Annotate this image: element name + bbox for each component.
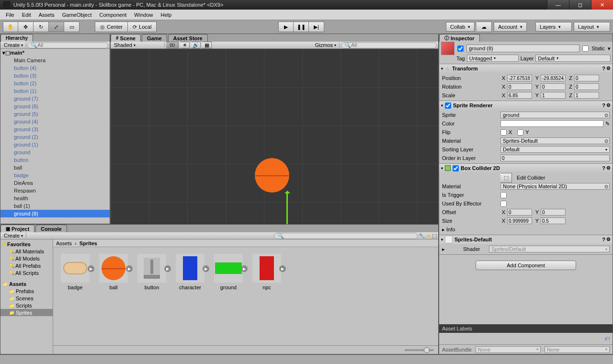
position-z-field[interactable] — [574, 75, 599, 81]
scale-tool[interactable]: ⤢ — [49, 22, 64, 32]
help-icon[interactable]: ? — [602, 102, 605, 108]
project-tree[interactable]: ★ Favorites All Materials All Models All… — [0, 239, 53, 354]
menu-component[interactable]: Component — [95, 11, 130, 19]
asset-store-tab[interactable]: Asset Store — [168, 34, 208, 42]
sprite-field[interactable]: ground — [500, 112, 610, 118]
hierarchy-item[interactable]: ground (6) — [0, 102, 110, 110]
hierarchy-item[interactable]: ball — [0, 164, 110, 171]
favorite-filter-icon[interactable]: ★ — [426, 233, 431, 239]
fav-materials[interactable]: All Materials — [0, 248, 53, 255]
folder-prefabs[interactable]: Prefabs — [0, 287, 53, 295]
hierarchy-search[interactable]: 🔍All — [27, 42, 108, 48]
pivot-local-toggle[interactable]: ⟳ Local — [128, 22, 157, 32]
position-x-field[interactable] — [507, 75, 532, 81]
asset-button[interactable]: ▶button — [136, 254, 167, 290]
sprite-renderer-header[interactable]: Sprite Renderer ?⚙ — [439, 101, 613, 110]
lighting-toggle[interactable]: ☀ — [180, 42, 190, 48]
layout-dropdown[interactable]: Layout — [574, 22, 610, 32]
hierarchy-item[interactable]: ground (1) — [0, 141, 110, 148]
gizmos-dropdown[interactable]: Gizmos — [313, 42, 340, 48]
asset-ball[interactable]: ▶ball — [98, 254, 129, 290]
play-icon[interactable]: ▶ — [164, 265, 171, 272]
size-x-field[interactable] — [507, 217, 532, 224]
hand-tool[interactable]: ✋ — [3, 22, 18, 32]
hierarchy-tab[interactable]: Hierarchy — [0, 34, 33, 42]
asset-npc[interactable]: ▶npc — [251, 254, 282, 290]
add-component-button[interactable]: Add Component — [476, 261, 576, 270]
assetbundle-dropdown[interactable]: None — [476, 346, 541, 353]
hierarchy-item[interactable]: Main Camera — [0, 57, 110, 64]
hierarchy-item[interactable]: ground (5) — [0, 110, 110, 118]
assets-root[interactable]: Assets — [0, 280, 53, 287]
rotation-z-field[interactable] — [574, 83, 599, 90]
filter-icon[interactable]: 🔧 — [419, 233, 425, 239]
eyedropper-icon[interactable]: ✎ — [605, 121, 610, 127]
step-button[interactable]: ▶| — [309, 22, 324, 32]
help-icon[interactable]: ? — [602, 237, 605, 242]
scale-x-field[interactable] — [507, 92, 532, 99]
asset-badge[interactable]: ▶badge — [60, 254, 91, 290]
menu-help[interactable]: Help — [157, 11, 175, 19]
flip-x-checkbox[interactable] — [500, 129, 507, 136]
console-tab[interactable]: Console — [35, 225, 67, 232]
hierarchy-item[interactable]: badge — [0, 171, 110, 179]
offset-y-field[interactable] — [541, 209, 566, 216]
hierarchy-item[interactable]: button (4) — [0, 64, 110, 72]
save-search-icon[interactable]: ⬚ — [432, 233, 437, 239]
hierarchy-create-dropdown[interactable]: Create — [2, 42, 26, 48]
project-search[interactable]: 🔍 — [274, 233, 418, 239]
position-y-field[interactable] — [541, 75, 566, 81]
fx-toggle[interactable]: ▦ — [202, 42, 212, 48]
minimize-button[interactable]: — — [547, 0, 569, 10]
tag-dropdown[interactable]: Untagged — [467, 55, 519, 62]
hierarchy-item[interactable]: button (3) — [0, 72, 110, 80]
order-in-layer-field[interactable] — [500, 155, 610, 161]
favorites-row[interactable]: ★ Favorites — [0, 240, 53, 248]
layers-dropdown[interactable]: Layers — [535, 22, 572, 32]
hierarchy-item[interactable]: ground (7) — [0, 95, 110, 102]
pivot-center-toggle[interactable]: ◎ Center — [95, 22, 128, 32]
cloud-button[interactable]: ☁ — [477, 22, 492, 32]
color-field[interactable] — [500, 120, 603, 127]
folder-scripts[interactable]: Scripts — [0, 302, 53, 309]
menu-gameobject[interactable]: GameObject — [58, 11, 96, 19]
maximize-button[interactable]: ◻ — [569, 0, 591, 10]
gear-icon[interactable]: ⚙ — [606, 66, 611, 71]
fav-scripts[interactable]: All Scripts — [0, 269, 53, 276]
folder-scenes[interactable]: Scenes — [0, 295, 53, 302]
scene-search[interactable]: 🔍All — [341, 42, 437, 48]
play-button[interactable]: ▶ — [278, 22, 294, 32]
gear-icon[interactable]: ⚙ — [606, 102, 611, 108]
gizmo-y-axis[interactable] — [286, 192, 288, 225]
hierarchy-item[interactable]: health — [0, 194, 110, 202]
game-tab[interactable]: Game — [142, 34, 167, 42]
assets-grid[interactable]: ▶badge▶ball▶button▶character▶ground▶npc — [53, 247, 438, 345]
transform-header[interactable]: ⛬ Transform ?⚙ — [439, 64, 613, 73]
flip-y-checkbox[interactable] — [517, 129, 523, 136]
menu-assets[interactable]: Assets — [35, 11, 58, 19]
static-dropdown-icon[interactable]: ▾ — [608, 46, 611, 52]
used-by-effector-checkbox[interactable] — [500, 201, 507, 207]
help-icon[interactable]: ? — [602, 66, 605, 71]
gear-icon[interactable]: ⚙ — [606, 165, 611, 171]
hierarchy-item[interactable]: button (2) — [0, 80, 110, 87]
gameobject-name-field[interactable] — [466, 45, 579, 52]
shading-dropdown[interactable]: Shaded — [112, 42, 165, 48]
folder-sprites[interactable]: Sprites — [0, 309, 53, 316]
scale-z-field[interactable] — [574, 92, 599, 99]
scene-root[interactable]: ⬚ main* — [0, 49, 110, 57]
fav-models[interactable]: All Models — [0, 255, 53, 262]
breadcrumb-assets[interactable]: Assets — [56, 240, 72, 246]
rotation-x-field[interactable] — [507, 83, 532, 90]
rect-tool[interactable]: ▭ — [64, 22, 79, 32]
layer-dropdown[interactable]: Default — [535, 55, 611, 62]
hierarchy-item[interactable]: ground — [0, 148, 110, 156]
hierarchy-list[interactable]: ⬚ main*Main Camerabutton (4)button (3)bu… — [0, 49, 110, 224]
box-collider-header[interactable]: Box Collider 2D ?⚙ — [439, 164, 613, 172]
shader-dropdown[interactable]: Sprites/Default — [489, 246, 610, 252]
audio-toggle[interactable]: 🔊 — [191, 42, 201, 48]
scale-y-field[interactable] — [541, 92, 566, 99]
hierarchy-item[interactable]: Respawn — [0, 187, 110, 194]
play-icon[interactable]: ▶ — [88, 265, 94, 272]
collab-dropdown[interactable]: Collab — [446, 22, 475, 32]
